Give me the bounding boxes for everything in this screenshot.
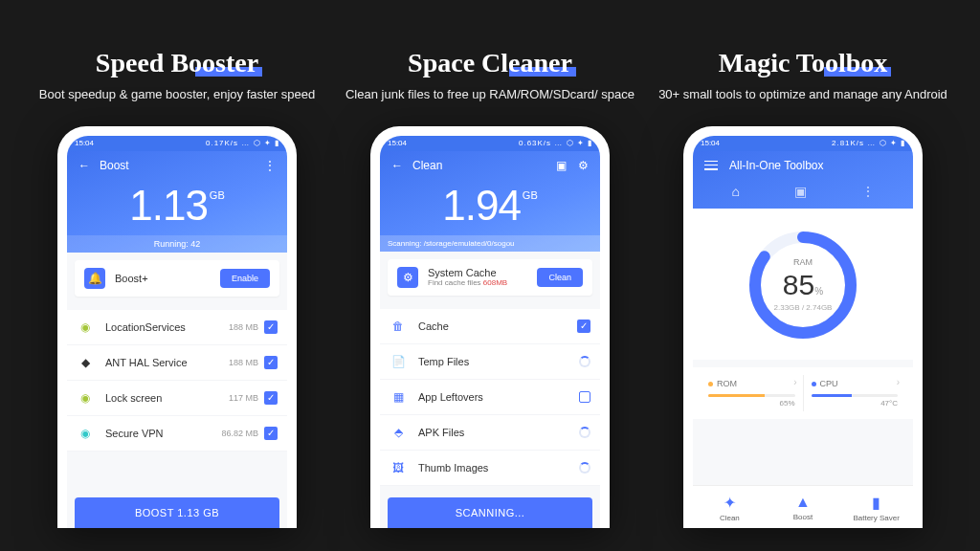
back-icon[interactable]: ← — [78, 159, 90, 172]
ram-gauge[interactable]: RAM 85% 2.33GB / 2.74GB — [693, 209, 913, 360]
spinner-icon — [579, 356, 590, 367]
app-name: LocationServices — [105, 321, 229, 333]
category-name: Temp Files — [418, 356, 579, 367]
nav-label: Clean — [720, 514, 740, 522]
phone-boost: 15:04 0.17K/s … ⬡ ✦ ▮ ← Boost ⋮ 1.13GB R… — [57, 126, 297, 528]
app-size: 188 MB — [229, 358, 258, 367]
clean-row[interactable]: 🗑 Cache ✓ — [380, 309, 600, 344]
clean-button[interactable]: Clean — [537, 268, 583, 287]
scan-path: Scanning: /storage/emulated/0/sogou — [380, 235, 600, 252]
nav-icon: ✦ — [693, 494, 767, 512]
nav-battery saver[interactable]: ▮ Battery Saver — [839, 486, 913, 528]
clean-row[interactable]: 🖼 Thumb Images — [380, 451, 600, 486]
category-icon: 🖼 — [390, 459, 407, 476]
checkbox[interactable]: ✓ — [264, 427, 278, 440]
category-name: App Leftovers — [418, 391, 579, 403]
phone-toolbox: 15:04 2.81K/s … ⬡ ✦ ▮ All-In-One Toolbox… — [683, 126, 923, 528]
app-name: Secure VPN — [105, 428, 221, 439]
clean-row[interactable]: ⬘ APK Files — [380, 415, 600, 451]
category-icon: 📄 — [390, 353, 407, 370]
more-icon[interactable]: ⋮ — [264, 159, 276, 172]
system-cache-card[interactable]: ⚙ System Cache Find cache files 608MB Cl… — [388, 259, 592, 296]
clean-row[interactable]: ▦ App Leftovers — [380, 380, 600, 415]
boost-action-button[interactable]: BOOST 1.13 GB — [75, 497, 279, 528]
nav-clean[interactable]: ✦ Clean — [693, 486, 767, 528]
title: Speed Booster — [96, 48, 258, 78]
clean-row[interactable]: 📄 Temp Files — [380, 344, 600, 380]
checkbox[interactable]: ✓ — [264, 391, 278, 405]
status-bar: 15:04 0.17K/s … ⬡ ✦ ▮ — [67, 136, 287, 151]
col-space-cleaner: Space Cleaner Clean junk files to free u… — [342, 48, 638, 551]
spinner-icon — [579, 462, 590, 474]
category-icon: 🗑 — [390, 318, 407, 335]
chevron-right-icon: › — [793, 377, 796, 387]
status-bar: 15:04 0.63K/s … ⬡ ✦ ▮ — [380, 136, 600, 151]
category-icon: ⬘ — [390, 424, 407, 441]
boost-plus-card[interactable]: 🔔 Boost+ Enable — [75, 260, 279, 297]
stat-cpu[interactable]: CPU › 47°C — [803, 375, 906, 411]
scanning-button[interactable]: SCANNING... — [388, 497, 592, 528]
page-title: All-In-One Toolbox — [729, 159, 824, 172]
select-icon[interactable]: ▣ — [556, 159, 567, 172]
col-magic-toolbox: Magic Toolbox 30+ small tools to optimiz… — [655, 48, 951, 551]
subtitle: Clean junk files to free up RAM/ROM/SDca… — [345, 86, 635, 103]
subtitle: 30+ small tools to optimize and manage a… — [658, 86, 947, 103]
app-row[interactable]: ◉ Secure VPN 86.82 MB ✓ — [67, 416, 287, 452]
app-row[interactable]: ◆ ANT HAL Service 188 MB ✓ — [67, 345, 287, 381]
nav-label: Boost — [793, 513, 813, 521]
title: Magic Toolbox — [719, 48, 888, 78]
status-bar: 15:04 2.81K/s … ⬡ ✦ ▮ — [693, 136, 913, 151]
gear-icon[interactable]: ⚙ — [578, 159, 589, 172]
app-name: ANT HAL Service — [105, 357, 229, 368]
android-gear-icon: ⚙ — [397, 267, 418, 288]
enable-button[interactable]: Enable — [220, 269, 270, 288]
app-row[interactable]: ◉ Lock screen 117 MB ✓ — [67, 381, 287, 416]
chevron-right-icon: › — [897, 377, 900, 387]
category-name: APK Files — [418, 427, 579, 438]
checkbox[interactable]: ✓ — [264, 356, 278, 369]
checkbox[interactable]: ✓ — [577, 320, 590, 333]
app-row[interactable]: ◉ LocationServices 188 MB ✓ — [67, 310, 287, 345]
back-icon[interactable]: ← — [391, 159, 403, 172]
vpn-icon: ◉ — [77, 425, 94, 442]
stat-rom[interactable]: ROM › 65% — [701, 375, 803, 411]
bell-icon: 🔔 — [84, 268, 105, 289]
menu-icon[interactable] — [704, 161, 718, 170]
nav-icon: ▮ — [839, 494, 913, 512]
tab-home[interactable]: ⌂ — [731, 184, 739, 199]
nav-label: Battery Saver — [853, 514, 899, 522]
tab-more[interactable]: ⋮ — [861, 184, 875, 199]
app-size: 86.82 MB — [221, 429, 258, 438]
nav-icon: ▲ — [767, 494, 840, 511]
app-name: Lock screen — [105, 392, 229, 404]
checkbox[interactable] — [579, 391, 590, 403]
col-speed-booster: Speed Booster Boot speedup & game booste… — [29, 48, 325, 551]
category-icon: ▦ — [390, 388, 407, 406]
app-size: 188 MB — [229, 322, 258, 332]
android-icon: ◉ — [77, 319, 94, 336]
tab-tools[interactable]: ▣ — [794, 184, 807, 199]
subtitle: Boot speedup & game booster, enjoy faste… — [39, 86, 315, 103]
running-bar: Running: 42 — [67, 235, 287, 253]
spinner-icon — [579, 427, 590, 438]
android-icon: ◉ — [77, 389, 94, 407]
phone-clean: 15:04 0.63K/s … ⬡ ✦ ▮ ← Clean ▣ ⚙ 1.94GB… — [370, 126, 610, 528]
app-size: 117 MB — [229, 393, 258, 403]
share-icon: ◆ — [77, 354, 94, 371]
checkbox[interactable]: ✓ — [264, 320, 278, 334]
page-title: Boost — [100, 159, 129, 172]
category-name: Thumb Images — [418, 462, 579, 474]
ram-value: 1.13GB — [78, 172, 276, 235]
nav-boost[interactable]: ▲ Boost — [767, 486, 840, 528]
page-title: Clean — [412, 159, 442, 172]
category-name: Cache — [418, 320, 577, 332]
title: Space Cleaner — [408, 48, 572, 78]
junk-value: 1.94GB — [391, 172, 589, 235]
